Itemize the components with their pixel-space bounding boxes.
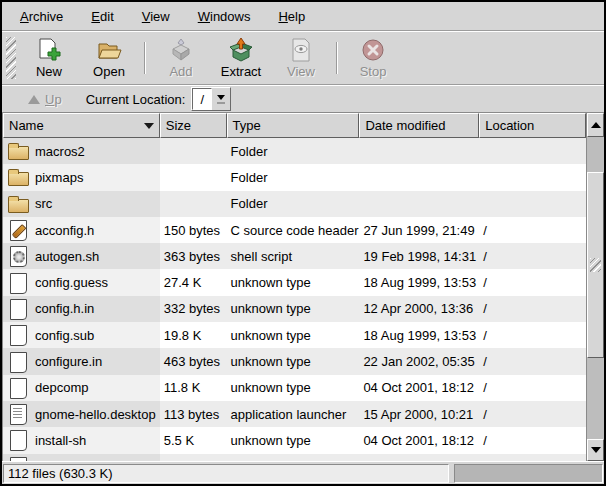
status-bar: 112 files (630.3 K) — [2, 461, 604, 484]
folder-icon — [7, 140, 29, 162]
column-header-location[interactable]: Location — [479, 113, 586, 138]
add-files-icon — [168, 37, 194, 63]
document-icon — [7, 324, 29, 346]
add-button-label: Add — [169, 64, 192, 79]
scroll-up-icon — [591, 122, 601, 128]
column-header-name[interactable]: Name — [3, 113, 160, 138]
toolbar-separator — [336, 42, 338, 74]
stop-button-label: Stop — [360, 64, 387, 79]
menu-help[interactable]: Help — [268, 7, 315, 26]
table-row[interactable]: config.h.in 332 bytes unknown type 12 Ap… — [3, 296, 586, 322]
column-header-date-modified[interactable]: Date modified — [359, 113, 479, 138]
up-arrow-icon — [28, 95, 40, 104]
up-button[interactable]: Up — [22, 90, 68, 109]
table-row[interactable]: config.sub 19.8 K unknown type 18 Aug 19… — [3, 322, 586, 348]
document-lines-icon — [7, 403, 29, 425]
table-row[interactable]: pixmaps Folder — [3, 164, 586, 190]
status-message: 112 files (630.3 K) — [3, 464, 449, 483]
table-row[interactable]: configure.in 463 bytes unknown type 22 J… — [3, 348, 586, 374]
document-pen-icon — [7, 219, 29, 241]
extract-button-label: Extract — [221, 64, 261, 79]
stop-button[interactable]: Stop — [346, 34, 400, 82]
menu-windows[interactable]: Windows — [188, 7, 261, 26]
document-icon — [7, 298, 29, 320]
sort-descending-icon — [144, 123, 154, 129]
extract-button[interactable]: Extract — [214, 34, 268, 82]
stop-icon — [360, 37, 386, 63]
location-bar: Up Current Location: / — [2, 86, 604, 112]
document-gear-icon — [7, 245, 29, 267]
menu-bar: Archive Edit View Windows Help — [2, 2, 604, 30]
column-header-size[interactable]: Size — [160, 113, 227, 138]
table-body: macros2 Folder pixmaps Folder src F — [3, 138, 586, 461]
archive-manager-window: Archive Edit View Windows Help New — [0, 0, 606, 486]
table-row[interactable]: acconfig.h 150 bytes C source code heade… — [3, 217, 586, 243]
toolbar: New Open Add — [2, 32, 604, 84]
table-row[interactable]: depcomp 11.8 K unknown type 04 Oct 2001,… — [3, 375, 586, 401]
extract-icon — [228, 37, 254, 63]
table-row[interactable]: install-sh 5.5 K unknown type 04 Oct 200… — [3, 427, 586, 453]
document-icon — [7, 456, 29, 461]
new-archive-icon — [36, 37, 62, 63]
chevron-down-icon — [217, 95, 225, 100]
table-header: Name Size Type Date modified Location — [3, 113, 586, 138]
table-row[interactable]: src Folder — [3, 191, 586, 217]
table-row[interactable]: autogen.sh 363 bytes shell script 19 Feb… — [3, 243, 586, 269]
new-button-label: New — [36, 64, 62, 79]
table-row[interactable]: gnome-hello.desktop 113 bytes applicatio… — [3, 401, 586, 427]
scroll-up-button[interactable] — [587, 113, 604, 137]
file-list-area: Name Size Type Date modified Location ma… — [2, 112, 604, 461]
progress-area — [454, 464, 603, 483]
add-button[interactable]: Add — [154, 34, 208, 82]
view-button[interactable]: View — [274, 34, 328, 82]
document-icon — [7, 272, 29, 294]
toolbar-drag-handle[interactable] — [6, 37, 16, 79]
open-button-label: Open — [93, 64, 125, 79]
folder-icon — [7, 193, 29, 215]
scroll-down-button[interactable] — [587, 439, 604, 461]
up-button-label: Up — [45, 92, 62, 107]
vertical-scrollbar[interactable] — [586, 113, 604, 461]
new-button[interactable]: New — [22, 34, 76, 82]
view-file-icon — [288, 37, 314, 63]
table-row-partial[interactable] — [3, 454, 586, 461]
location-combo-value[interactable]: / — [192, 88, 212, 110]
document-icon — [7, 377, 29, 399]
combo-dropdown-button[interactable] — [212, 88, 230, 110]
file-table: Name Size Type Date modified Location ma… — [2, 113, 586, 461]
table-row[interactable]: config.guess 27.4 K unknown type 18 Aug … — [3, 269, 586, 295]
location-combo[interactable]: / — [191, 87, 231, 111]
menu-view[interactable]: View — [132, 7, 180, 26]
scrollbar-trough[interactable] — [587, 137, 604, 439]
current-location-label: Current Location: — [86, 92, 186, 107]
toolbar-separator — [144, 42, 146, 74]
table-row[interactable]: macros2 Folder — [3, 138, 586, 164]
document-icon — [7, 351, 29, 373]
scrollbar-grip-icon — [590, 258, 601, 272]
column-header-type[interactable]: Type — [227, 113, 360, 138]
scroll-down-icon — [591, 447, 601, 453]
view-button-label: View — [287, 64, 315, 79]
menu-archive[interactable]: Archive — [10, 7, 73, 26]
document-icon — [7, 429, 29, 451]
folder-icon — [7, 166, 29, 188]
scrollbar-thumb[interactable] — [587, 172, 604, 358]
open-button[interactable]: Open — [82, 34, 136, 82]
open-archive-icon — [96, 37, 122, 63]
menu-edit[interactable]: Edit — [81, 7, 123, 26]
